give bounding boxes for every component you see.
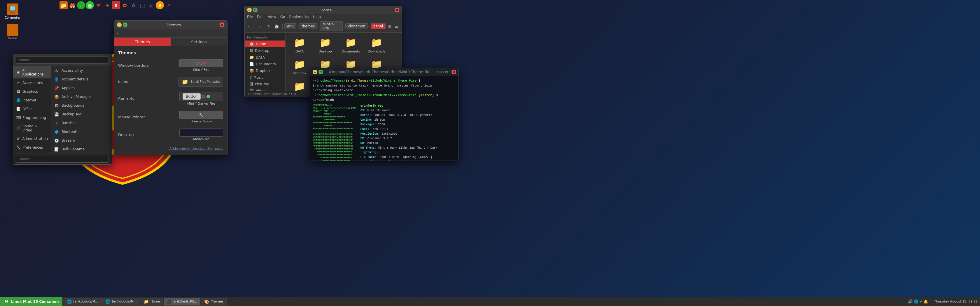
launcher-app1[interactable]: ❤ bbox=[94, 1, 103, 10]
launcher-firefox[interactable]: 🦊 bbox=[68, 1, 76, 10]
themes-minimize-btn[interactable]: – bbox=[117, 22, 122, 27]
fm-maximize-btn[interactable]: □ bbox=[253, 8, 258, 12]
launcher-softwaremgr[interactable]: S bbox=[112, 1, 120, 10]
launcher-app5[interactable]: □ bbox=[138, 1, 146, 10]
fm-back-btn[interactable]: ‹ bbox=[247, 24, 251, 29]
cat-graphics[interactable]: 🖼 Graphics bbox=[13, 87, 51, 96]
app-bluetooth[interactable]: 🔷 Bluetooth bbox=[51, 127, 112, 136]
cat-preferences[interactable]: 🔧 Preferences bbox=[13, 143, 51, 152]
fm-breadcrumb-panel[interactable]: panel bbox=[371, 23, 386, 29]
app-backup[interactable]: 💾 Backup Tool bbox=[51, 110, 112, 119]
themes-titlebar[interactable]: – □ Themes ✕ bbox=[114, 21, 227, 29]
launcher-app6[interactable]: ◉ bbox=[147, 1, 155, 10]
fm-menu-go[interactable]: Go bbox=[280, 15, 285, 19]
launcher-app3[interactable]: ✿ bbox=[121, 1, 129, 10]
fm-file-data[interactable]: 📁 DATA bbox=[288, 35, 311, 54]
cat-internet[interactable]: 🌐 Internet bbox=[13, 96, 51, 105]
taskbar-start-btn[interactable]: M Linux Mint 18 Cinnamon bbox=[0, 297, 62, 306]
launcher-rhythmbox[interactable]: ♪ bbox=[77, 1, 85, 10]
fm-breadcrumb-erik[interactable]: erik bbox=[285, 23, 296, 29]
launcher-files[interactable]: 📁 bbox=[59, 1, 68, 10]
tray-icon-2[interactable]: 🌐 bbox=[914, 299, 918, 304]
fm-file-desktop[interactable]: 📁 Desktop bbox=[313, 35, 337, 54]
fm-sidebar-docs[interactable]: 📄 Documents bbox=[245, 60, 285, 67]
icons-preview[interactable]: 📁 Sardi Flat Majestic bbox=[178, 77, 223, 87]
app-accessibility[interactable]: ♿ Accessibility bbox=[51, 66, 112, 75]
cat-all-apps[interactable]: ⊞ All Applications bbox=[13, 66, 51, 78]
fm-sidebar-videos[interactable]: 🎬 Videos bbox=[245, 87, 285, 91]
fm-menu-view[interactable]: View bbox=[268, 15, 276, 19]
launcher-app2[interactable]: ✦ bbox=[103, 1, 111, 10]
fm-menu-edit[interactable]: Edit bbox=[257, 15, 264, 19]
app-account[interactable]: 👤 Account details bbox=[51, 75, 112, 84]
fm-icon-view-btn[interactable]: ⊞ bbox=[387, 24, 393, 29]
taskbar-item-0[interactable]: 🌐 [erikdubois/M... bbox=[64, 298, 102, 305]
app-applets[interactable]: 📌 Applets bbox=[51, 84, 112, 92]
terminal-body[interactable]: ~/Dropbox/Themes/Sardi_Themes/Github/Min… bbox=[310, 76, 458, 160]
fm-menu-file[interactable]: File bbox=[247, 15, 253, 19]
fm-menu-help[interactable]: Help bbox=[313, 15, 321, 19]
fm-close-btn[interactable]: ✕ bbox=[395, 8, 399, 12]
launcher-app7[interactable]: S bbox=[156, 1, 164, 10]
fm-sidebar-pictures[interactable]: 🖼 Pictures bbox=[245, 81, 285, 87]
terminal-maximize-btn[interactable]: □ bbox=[318, 70, 323, 75]
terminal-close-btn[interactable]: ✕ bbox=[452, 70, 456, 75]
desktop-icon-computer[interactable]: Computer bbox=[2, 2, 23, 21]
fm-sidebar-home[interactable]: 🏠 Home bbox=[245, 41, 285, 47]
tab-settings[interactable]: Settings bbox=[171, 38, 227, 46]
fm-file-documents[interactable]: 📁 Documents bbox=[339, 35, 363, 54]
fm-breadcrumb-cinnamon[interactable]: cinnamon bbox=[345, 23, 368, 29]
fm-file-downloads[interactable]: 📁 Downloads bbox=[365, 35, 388, 54]
fm-file-templates[interactable]: 📁 Templates bbox=[288, 79, 311, 91]
fm-reload-btn[interactable]: ↻ bbox=[266, 24, 272, 29]
app-brasero[interactable]: 💿 Brasero bbox=[51, 136, 112, 145]
fm-forward-btn[interactable]: › bbox=[252, 24, 256, 29]
tab-themes[interactable]: Themes bbox=[114, 38, 171, 46]
app-banshee[interactable]: ♪ Banshee bbox=[51, 119, 112, 127]
fm-titlebar[interactable]: – □ Home ✕ bbox=[245, 6, 402, 14]
controls-preview[interactable]: Button Mint-Y-Darker-Fire bbox=[180, 92, 223, 106]
fm-list-view-btn[interactable]: ☰ bbox=[393, 24, 400, 29]
taskbar-item-3[interactable]: ⬛ erik@erik-P5... bbox=[164, 298, 200, 305]
cat-places[interactable]: 📁 Places bbox=[13, 152, 51, 154]
taskbar-item-4[interactable]: 🎨 Themes bbox=[201, 298, 227, 305]
tray-icon-4[interactable]: 🔔 bbox=[923, 299, 928, 304]
desktop-theme-preview[interactable]: Mint-Y-Fire bbox=[180, 128, 223, 141]
cat-sound-video[interactable]: 🎵 Sound & Video bbox=[13, 122, 51, 134]
tray-icon-1[interactable]: 🔊 bbox=[908, 299, 913, 304]
cat-programming[interactable]: ⌨ Programming bbox=[13, 113, 51, 122]
launcher-app8[interactable]: ↗ bbox=[164, 1, 173, 10]
app-backgrounds[interactable]: 🖼 Backgrounds bbox=[51, 101, 112, 110]
fm-sidebar-desktop[interactable]: 🖥 Desktop bbox=[245, 47, 285, 54]
cat-administration[interactable]: ⚙ Administration bbox=[13, 134, 51, 143]
themes-back-btn[interactable]: ‹ bbox=[114, 29, 227, 38]
themes-maximize-btn[interactable]: □ bbox=[123, 22, 127, 27]
fm-menu-bookmarks[interactable]: Bookmarks bbox=[289, 15, 309, 19]
fm-breadcrumb-mint-y-fire[interactable]: Mint-Y-Fire bbox=[320, 21, 343, 31]
app-bulk-rename[interactable]: 📝 Bulk Rename bbox=[51, 145, 112, 154]
cat-office[interactable]: 📝 Office bbox=[13, 105, 51, 113]
fm-file-dropbox[interactable]: 📁 Dropbox bbox=[288, 57, 311, 76]
tray-icon-3[interactable]: ⚡ bbox=[920, 299, 922, 304]
themes-close-btn[interactable]: ✕ bbox=[220, 22, 224, 27]
fm-sidebar-music[interactable]: ♪ Music bbox=[245, 74, 285, 81]
fm-up-btn[interactable]: ↑ bbox=[257, 24, 262, 29]
terminal-minimize-btn[interactable]: – bbox=[313, 70, 317, 75]
fm-breadcrumb-themes[interactable]: themes bbox=[299, 23, 317, 29]
taskbar-item-2[interactable]: 📁 Home bbox=[141, 298, 163, 305]
fm-sidebar-data[interactable]: 📁 DATA bbox=[245, 54, 285, 60]
fm-minimize-btn[interactable]: – bbox=[247, 8, 252, 12]
launcher-spotify[interactable]: ● bbox=[86, 1, 94, 10]
launcher-app4[interactable]: A bbox=[129, 1, 138, 10]
taskbar-item-1[interactable]: 🌐 [erikdubois/M... bbox=[102, 298, 140, 305]
window-borders-preview[interactable]: Mint-Y-Fire bbox=[180, 59, 223, 72]
desktop-icon-home[interactable]: Home bbox=[2, 23, 23, 41]
fm-sidebar-dropbox[interactable]: 📦 Dropbox bbox=[245, 67, 285, 74]
terminal-titlebar[interactable]: – □ ~/Dropbox/Themes/Sardi_Themes/Github… bbox=[310, 68, 458, 76]
app-archive[interactable]: 📦 Archive Manager bbox=[51, 92, 112, 101]
cat-accessories[interactable]: ✂ Accessories bbox=[13, 78, 51, 87]
mouse-pointer-preview[interactable]: ↖ Breeze_Snow bbox=[180, 111, 223, 123]
add-remove-themes-link[interactable]: Add/remove desktop themes... bbox=[169, 147, 223, 151]
app-menu-bottom-search[interactable] bbox=[16, 155, 109, 163]
fm-home-btn[interactable]: 🏠 bbox=[273, 24, 281, 29]
